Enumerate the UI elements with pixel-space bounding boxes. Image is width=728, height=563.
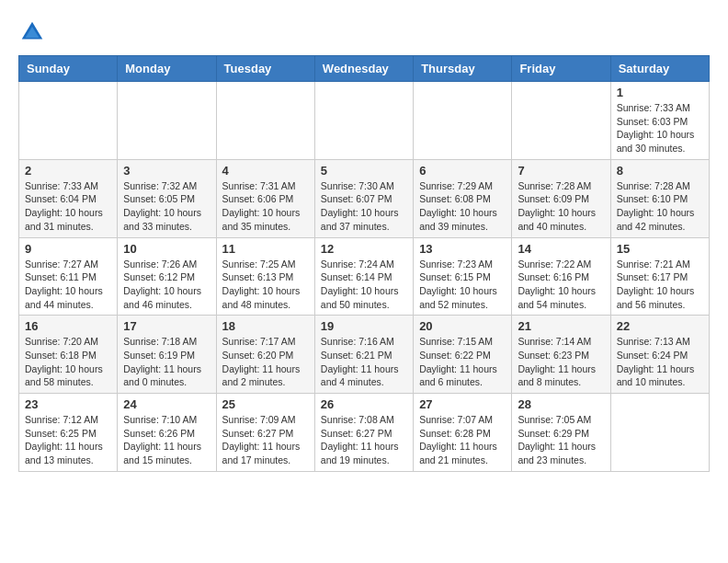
day-number: 28 xyxy=(518,397,604,411)
day-info: Sunrise: 7:33 AM Sunset: 6:04 PM Dayligh… xyxy=(25,179,111,234)
calendar-cell: 5Sunrise: 7:30 AM Sunset: 6:07 PM Daylig… xyxy=(314,159,413,237)
day-number: 5 xyxy=(321,164,407,178)
day-number: 13 xyxy=(419,242,506,256)
calendar-cell: 9Sunrise: 7:27 AM Sunset: 6:11 PM Daylig… xyxy=(19,237,118,316)
logo-icon xyxy=(18,18,46,46)
day-info: Sunrise: 7:18 AM Sunset: 6:19 PM Dayligh… xyxy=(123,335,210,389)
calendar-cell: 18Sunrise: 7:17 AM Sunset: 6:20 PM Dayli… xyxy=(216,316,314,394)
calendar-cell: 3Sunrise: 7:32 AM Sunset: 6:05 PM Daylig… xyxy=(118,159,216,237)
day-info: Sunrise: 7:28 AM Sunset: 6:10 PM Dayligh… xyxy=(617,179,703,234)
day-number: 22 xyxy=(617,319,703,333)
day-info: Sunrise: 7:17 AM Sunset: 6:20 PM Dayligh… xyxy=(222,335,309,389)
logo xyxy=(18,18,50,46)
week-row-2: 2Sunrise: 7:33 AM Sunset: 6:04 PM Daylig… xyxy=(19,159,710,237)
day-number: 6 xyxy=(419,164,506,178)
day-number: 4 xyxy=(222,164,309,178)
calendar-cell: 2Sunrise: 7:33 AM Sunset: 6:04 PM Daylig… xyxy=(19,159,118,237)
calendar-cell: 26Sunrise: 7:08 AM Sunset: 6:27 PM Dayli… xyxy=(314,394,413,472)
calendar-cell: 12Sunrise: 7:24 AM Sunset: 6:14 PM Dayli… xyxy=(314,237,413,316)
day-info: Sunrise: 7:23 AM Sunset: 6:15 PM Dayligh… xyxy=(419,258,506,312)
day-info: Sunrise: 7:27 AM Sunset: 6:11 PM Dayligh… xyxy=(25,258,111,312)
day-header-friday: Friday xyxy=(512,56,610,82)
day-number: 12 xyxy=(321,242,407,256)
day-number: 25 xyxy=(222,397,309,411)
calendar-cell: 25Sunrise: 7:09 AM Sunset: 6:27 PM Dayli… xyxy=(216,394,314,472)
calendar-body: 1Sunrise: 7:33 AM Sunset: 6:03 PM Daylig… xyxy=(19,82,710,472)
day-info: Sunrise: 7:22 AM Sunset: 6:16 PM Dayligh… xyxy=(518,258,604,312)
day-number: 20 xyxy=(419,319,506,333)
day-number: 8 xyxy=(617,164,703,178)
day-info: Sunrise: 7:20 AM Sunset: 6:18 PM Dayligh… xyxy=(25,335,111,389)
calendar-cell xyxy=(314,82,413,160)
calendar-cell: 1Sunrise: 7:33 AM Sunset: 6:03 PM Daylig… xyxy=(610,82,709,160)
day-number: 14 xyxy=(518,242,604,256)
calendar-cell: 10Sunrise: 7:26 AM Sunset: 6:12 PM Dayli… xyxy=(118,237,216,316)
calendar-cell: 11Sunrise: 7:25 AM Sunset: 6:13 PM Dayli… xyxy=(216,237,314,316)
day-info: Sunrise: 7:15 AM Sunset: 6:22 PM Dayligh… xyxy=(419,335,506,389)
calendar-cell: 13Sunrise: 7:23 AM Sunset: 6:15 PM Dayli… xyxy=(414,237,512,316)
page-header xyxy=(18,18,710,46)
calendar-table: SundayMondayTuesdayWednesdayThursdayFrid… xyxy=(18,55,710,472)
day-header-monday: Monday xyxy=(118,56,216,82)
day-info: Sunrise: 7:25 AM Sunset: 6:13 PM Dayligh… xyxy=(222,258,309,312)
day-info: Sunrise: 7:30 AM Sunset: 6:07 PM Dayligh… xyxy=(321,179,407,234)
day-info: Sunrise: 7:21 AM Sunset: 6:17 PM Dayligh… xyxy=(617,258,703,312)
day-info: Sunrise: 7:29 AM Sunset: 6:08 PM Dayligh… xyxy=(419,179,506,234)
day-info: Sunrise: 7:08 AM Sunset: 6:27 PM Dayligh… xyxy=(321,413,407,467)
day-number: 15 xyxy=(617,242,703,256)
days-of-week-row: SundayMondayTuesdayWednesdayThursdayFrid… xyxy=(19,56,710,82)
calendar-cell: 6Sunrise: 7:29 AM Sunset: 6:08 PM Daylig… xyxy=(414,159,512,237)
calendar-cell xyxy=(610,394,709,472)
day-number: 17 xyxy=(123,319,210,333)
calendar-cell: 19Sunrise: 7:16 AM Sunset: 6:21 PM Dayli… xyxy=(314,316,413,394)
week-row-3: 9Sunrise: 7:27 AM Sunset: 6:11 PM Daylig… xyxy=(19,237,710,316)
day-number: 27 xyxy=(419,397,506,411)
calendar-cell: 22Sunrise: 7:13 AM Sunset: 6:24 PM Dayli… xyxy=(610,316,709,394)
day-info: Sunrise: 7:13 AM Sunset: 6:24 PM Dayligh… xyxy=(617,335,703,389)
day-number: 2 xyxy=(25,164,111,178)
week-row-4: 16Sunrise: 7:20 AM Sunset: 6:18 PM Dayli… xyxy=(19,316,710,394)
day-info: Sunrise: 7:10 AM Sunset: 6:26 PM Dayligh… xyxy=(123,413,210,467)
day-number: 7 xyxy=(518,164,604,178)
day-number: 1 xyxy=(617,86,703,99)
day-number: 24 xyxy=(123,397,210,411)
day-info: Sunrise: 7:05 AM Sunset: 6:29 PM Dayligh… xyxy=(518,413,604,467)
day-header-tuesday: Tuesday xyxy=(216,56,314,82)
day-number: 3 xyxy=(123,164,210,178)
calendar-cell: 8Sunrise: 7:28 AM Sunset: 6:10 PM Daylig… xyxy=(610,159,709,237)
day-number: 23 xyxy=(25,397,111,411)
calendar-cell xyxy=(118,82,216,160)
day-number: 10 xyxy=(123,242,210,256)
day-number: 21 xyxy=(518,319,604,333)
day-info: Sunrise: 7:33 AM Sunset: 6:03 PM Dayligh… xyxy=(617,101,703,155)
day-number: 19 xyxy=(321,319,407,333)
day-info: Sunrise: 7:09 AM Sunset: 6:27 PM Dayligh… xyxy=(222,413,309,467)
calendar-header: SundayMondayTuesdayWednesdayThursdayFrid… xyxy=(19,56,710,82)
day-header-thursday: Thursday xyxy=(414,56,512,82)
calendar-cell: 15Sunrise: 7:21 AM Sunset: 6:17 PM Dayli… xyxy=(610,237,709,316)
day-info: Sunrise: 7:31 AM Sunset: 6:06 PM Dayligh… xyxy=(222,179,309,234)
day-number: 18 xyxy=(222,319,309,333)
day-header-saturday: Saturday xyxy=(610,56,709,82)
day-info: Sunrise: 7:07 AM Sunset: 6:28 PM Dayligh… xyxy=(419,413,506,467)
day-number: 26 xyxy=(321,397,407,411)
week-row-1: 1Sunrise: 7:33 AM Sunset: 6:03 PM Daylig… xyxy=(19,82,710,160)
day-number: 11 xyxy=(222,242,309,256)
calendar-cell: 23Sunrise: 7:12 AM Sunset: 6:25 PM Dayli… xyxy=(19,394,118,472)
calendar-cell: 20Sunrise: 7:15 AM Sunset: 6:22 PM Dayli… xyxy=(414,316,512,394)
calendar-cell: 14Sunrise: 7:22 AM Sunset: 6:16 PM Dayli… xyxy=(512,237,610,316)
calendar-cell: 16Sunrise: 7:20 AM Sunset: 6:18 PM Dayli… xyxy=(19,316,118,394)
calendar-cell: 24Sunrise: 7:10 AM Sunset: 6:26 PM Dayli… xyxy=(118,394,216,472)
calendar-cell: 21Sunrise: 7:14 AM Sunset: 6:23 PM Dayli… xyxy=(512,316,610,394)
calendar-cell: 27Sunrise: 7:07 AM Sunset: 6:28 PM Dayli… xyxy=(414,394,512,472)
calendar-cell: 17Sunrise: 7:18 AM Sunset: 6:19 PM Dayli… xyxy=(118,316,216,394)
calendar-cell xyxy=(512,82,610,160)
calendar-cell xyxy=(414,82,512,160)
day-info: Sunrise: 7:12 AM Sunset: 6:25 PM Dayligh… xyxy=(25,413,111,467)
calendar-cell: 28Sunrise: 7:05 AM Sunset: 6:29 PM Dayli… xyxy=(512,394,610,472)
calendar-cell: 4Sunrise: 7:31 AM Sunset: 6:06 PM Daylig… xyxy=(216,159,314,237)
week-row-5: 23Sunrise: 7:12 AM Sunset: 6:25 PM Dayli… xyxy=(19,394,710,472)
day-info: Sunrise: 7:24 AM Sunset: 6:14 PM Dayligh… xyxy=(321,258,407,312)
day-info: Sunrise: 7:14 AM Sunset: 6:23 PM Dayligh… xyxy=(518,335,604,389)
day-header-sunday: Sunday xyxy=(19,56,118,82)
